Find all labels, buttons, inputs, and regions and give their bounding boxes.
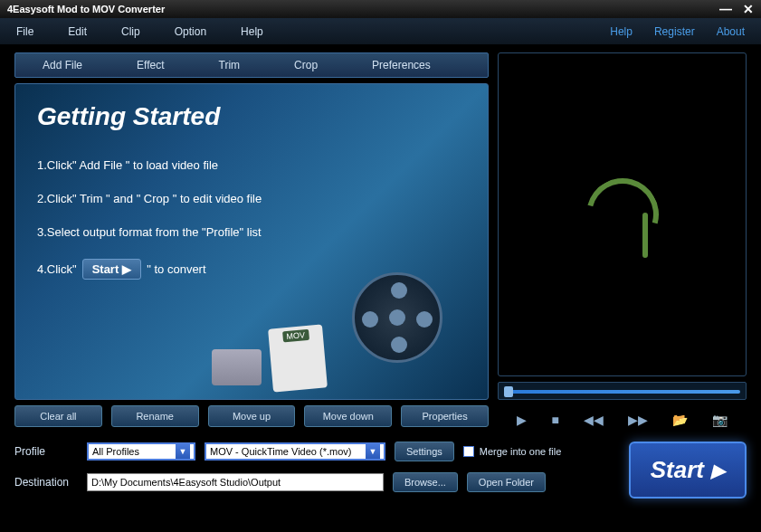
rewind-icon[interactable]: ◀◀ <box>584 413 604 427</box>
merge-label: Merge into one file <box>480 446 562 457</box>
mov-file-icon: MOV <box>268 325 328 393</box>
getting-started-title: Getting Started <box>37 102 466 131</box>
menu-right: Help Register About <box>610 25 745 38</box>
merge-checkbox[interactable] <box>463 446 474 457</box>
profile-format-value: MOV - QuickTime Video (*.mov) <box>210 446 351 457</box>
start-label: Start <box>651 456 704 484</box>
snapshot-icon[interactable]: 📷 <box>712 413 728 427</box>
stop-icon[interactable]: ■ <box>551 413 558 427</box>
profile-row: Profile All Profiles ▼ MOV - QuickTime V… <box>14 442 618 461</box>
link-about[interactable]: About <box>717 25 745 38</box>
destination-input[interactable] <box>87 473 384 491</box>
profile-category-select[interactable]: All Profiles ▼ <box>87 442 195 461</box>
bottom-left: Profile All Profiles ▼ MOV - QuickTime V… <box>14 442 618 503</box>
toolbar-trim[interactable]: Trim <box>192 59 268 71</box>
destination-row: Destination Browse... Open Folder <box>14 472 618 492</box>
toolbar-preferences[interactable]: Preferences <box>345 59 458 71</box>
properties-button[interactable]: Properties <box>401 405 489 427</box>
rename-button[interactable]: Rename <box>111 405 199 427</box>
toolbar-add-file[interactable]: Add File <box>15 59 109 71</box>
menu-file[interactable]: File <box>16 25 33 38</box>
menu-left: File Edit Clip Option Help <box>16 25 263 38</box>
camcorder-icon <box>212 349 262 385</box>
list-buttons: Clear all Rename Move up Move down Prope… <box>14 405 489 427</box>
minimize-icon[interactable]: — <box>719 2 732 16</box>
profile-format-select[interactable]: MOV - QuickTime Video (*.mov) ▼ <box>205 442 385 461</box>
preview-area <box>498 52 747 376</box>
menu-clip[interactable]: Clip <box>121 25 140 38</box>
link-help[interactable]: Help <box>610 25 633 38</box>
start-inline-button[interactable]: Start ▶ <box>82 259 142 280</box>
profile-label: Profile <box>14 445 78 458</box>
window-controls: — ✕ <box>719 2 754 16</box>
destination-label: Destination <box>14 476 78 489</box>
timeline-slider[interactable] <box>498 382 747 400</box>
play-icon: ▶ <box>122 262 131 276</box>
start-inline-label: Start <box>92 262 119 276</box>
move-down-button[interactable]: Move down <box>304 405 392 427</box>
step-3: 3.Select output format from the "Profile… <box>37 225 466 239</box>
open-icon[interactable]: 📂 <box>672 413 688 427</box>
merge-checkbox-wrap[interactable]: Merge into one file <box>463 446 562 457</box>
chevron-down-icon: ▼ <box>176 444 190 459</box>
player-controls: ▶ ■ ◀◀ ▶▶ 📂 📷 <box>498 413 747 427</box>
app-title: 4Easysoft Mod to MOV Converter <box>7 4 165 14</box>
play-icon: ▶ <box>711 460 725 481</box>
bottom-panel: Profile All Profiles ▼ MOV - QuickTime V… <box>0 434 761 510</box>
logo-icon <box>577 169 668 260</box>
link-register[interactable]: Register <box>654 25 695 38</box>
chevron-down-icon: ▼ <box>366 444 380 459</box>
settings-button[interactable]: Settings <box>395 442 454 461</box>
menubar: File Edit Clip Option Help Help Register… <box>0 18 761 45</box>
timeline-handle[interactable] <box>504 386 513 397</box>
open-folder-button[interactable]: Open Folder <box>467 472 546 492</box>
step-1: 1.Click" Add File " to load video file <box>37 158 466 172</box>
main-area: Add File Effect Trim Crop Preferences Ge… <box>0 45 761 434</box>
browse-button[interactable]: Browse... <box>393 472 458 492</box>
left-panel: Add File Effect Trim Crop Preferences Ge… <box>14 52 489 427</box>
start-button[interactable]: Start ▶ <box>629 442 747 499</box>
menu-help[interactable]: Help <box>241 25 263 38</box>
toolbar: Add File Effect Trim Crop Preferences <box>14 52 489 78</box>
content-area: Getting Started 1.Click" Add File " to l… <box>14 83 489 400</box>
step-4-prefix: 4.Click" <box>37 262 77 276</box>
mov-badge: MOV <box>282 329 309 342</box>
clear-all-button[interactable]: Clear all <box>14 405 102 427</box>
forward-icon[interactable]: ▶▶ <box>628 413 648 427</box>
titlebar: 4Easysoft Mod to MOV Converter — ✕ <box>0 0 761 18</box>
step-4-suffix: " to convert <box>147 262 205 276</box>
menu-option[interactable]: Option <box>175 25 206 38</box>
toolbar-crop[interactable]: Crop <box>267 59 345 71</box>
toolbar-effect[interactable]: Effect <box>109 59 191 71</box>
right-panel: ▶ ■ ◀◀ ▶▶ 📂 📷 <box>498 52 747 427</box>
close-icon[interactable]: ✕ <box>743 2 754 16</box>
play-icon[interactable]: ▶ <box>517 413 527 427</box>
menu-edit[interactable]: Edit <box>68 25 87 38</box>
film-reel-icon <box>352 272 461 381</box>
move-up-button[interactable]: Move up <box>208 405 296 427</box>
step-2: 2.Click" Trim " and " Crop " to edit vid… <box>37 192 466 205</box>
profile-category-value: All Profiles <box>92 446 139 457</box>
